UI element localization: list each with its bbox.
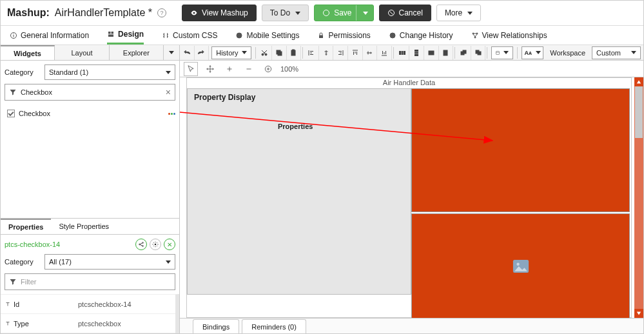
property-display-panel[interactable]: Property Display Properties xyxy=(187,88,411,295)
svg-rect-39 xyxy=(476,50,479,54)
mashup-title: AirHandlerTemplate * xyxy=(55,7,152,19)
bring-front-button[interactable] xyxy=(456,46,471,60)
align-top-button[interactable] xyxy=(348,46,363,60)
sidebar-tab-explorer[interactable]: Explorer xyxy=(110,45,164,60)
svg-rect-25 xyxy=(293,50,295,51)
redo-button[interactable] xyxy=(195,46,210,60)
svg-point-19 xyxy=(155,244,157,246)
zoom-level: 100% xyxy=(280,65,298,73)
design-icon xyxy=(107,30,115,38)
pointer-tool[interactable] xyxy=(184,62,198,76)
history-select[interactable]: History xyxy=(211,46,251,59)
align-bottom-button[interactable] xyxy=(377,46,392,60)
same-width-button[interactable] xyxy=(424,46,439,60)
funnel-icon xyxy=(9,278,17,286)
svg-point-5 xyxy=(13,33,14,34)
reminders-tab[interactable]: Reminders (0) xyxy=(242,319,306,333)
canvas-bottom-right-panel[interactable] xyxy=(411,213,630,318)
workspace-select[interactable]: Custom xyxy=(592,46,641,59)
sidebar: Widgets Layout Explorer Category Standar… xyxy=(1,45,180,333)
save-button[interactable]: Save xyxy=(314,5,373,21)
category-select[interactable]: Standard (1) xyxy=(44,64,175,80)
scroll-thumb[interactable] xyxy=(635,86,643,138)
cancel-button[interactable]: Cancel xyxy=(379,5,431,21)
share-button[interactable] xyxy=(135,239,147,250)
text-type-icon xyxy=(5,301,11,308)
zoom-in-button[interactable] xyxy=(222,62,237,76)
prop-category-select[interactable]: All (17) xyxy=(44,254,175,270)
svg-rect-40 xyxy=(496,51,500,54)
more-button[interactable]: More xyxy=(436,5,481,21)
sidebar-tab-collapse[interactable] xyxy=(164,45,179,60)
zoom-out-button[interactable] xyxy=(242,62,256,76)
svg-rect-28 xyxy=(404,51,405,54)
widget-search[interactable]: Checkbox × xyxy=(5,84,175,101)
widget-item-indicator xyxy=(168,113,175,115)
widget-item-checkbox[interactable]: Checkbox xyxy=(3,107,179,120)
pan-tool[interactable] xyxy=(203,62,217,76)
scroll-up-arrow[interactable] xyxy=(634,77,643,86)
css-icon xyxy=(162,32,170,39)
save-icon xyxy=(322,9,330,17)
widget-list: Checkbox xyxy=(1,104,179,218)
prop-filter[interactable]: Filter xyxy=(5,273,175,290)
deselect-button[interactable]: ✕ xyxy=(164,239,175,250)
zoom-fit-button[interactable] xyxy=(261,62,275,76)
help-icon[interactable]: ? xyxy=(157,8,166,17)
sidebar-tab-layout[interactable]: Layout xyxy=(55,45,109,60)
selected-widget-name[interactable]: ptcs-checkbox-14 xyxy=(5,241,60,248)
svg-point-14 xyxy=(476,33,478,34)
tab-general[interactable]: General Information xyxy=(10,26,89,44)
svg-point-43 xyxy=(516,262,519,265)
editor-toolbar: History xyxy=(180,45,643,61)
align-center-button[interactable] xyxy=(319,46,334,60)
view-mashup-button[interactable]: View Mashup xyxy=(182,5,257,21)
text-type-icon xyxy=(5,320,11,327)
dist-v-button[interactable] xyxy=(409,46,424,60)
prop-row-type[interactable]: Type ptcscheckbox xyxy=(1,314,175,333)
undo-button[interactable] xyxy=(180,46,195,60)
sidebar-tab-widgets[interactable]: Widgets xyxy=(1,45,55,60)
properties-label: Properties xyxy=(278,123,313,130)
property-display-title: Property Display xyxy=(194,93,255,102)
lock-icon xyxy=(317,32,325,39)
prop-row-id[interactable]: Id ptcscheckbox-14 xyxy=(1,295,175,314)
layout-mode-select[interactable] xyxy=(491,46,513,59)
align-left-button[interactable] xyxy=(304,46,319,60)
mobile-icon xyxy=(235,32,243,39)
svg-rect-11 xyxy=(319,35,323,38)
tab-design[interactable]: Design xyxy=(107,26,144,44)
vertical-scrollbar[interactable] xyxy=(634,77,643,318)
align-right-button[interactable] xyxy=(333,46,348,60)
svg-rect-32 xyxy=(429,51,434,53)
style-properties-tab[interactable]: Style Properties xyxy=(51,219,117,234)
tab-permissions[interactable]: Permissions xyxy=(317,26,370,44)
checkbox-icon xyxy=(7,110,15,117)
bindings-tab[interactable]: Bindings xyxy=(193,319,239,333)
tab-history[interactable]: Change History xyxy=(389,26,453,44)
clock-icon xyxy=(389,32,396,39)
canvas-area[interactable]: Air Handler Data Property Display Proper… xyxy=(180,77,643,318)
save-dropdown[interactable] xyxy=(356,5,373,21)
text-tool-select[interactable]: AA xyxy=(522,46,543,59)
same-height-button[interactable] xyxy=(439,46,454,60)
tab-relationships[interactable]: View Relationships xyxy=(471,26,547,44)
tab-css[interactable]: Custom CSS xyxy=(162,26,217,44)
canvas-top-right-panel[interactable]: Checkbox xyxy=(411,88,630,212)
todo-button[interactable]: To Do xyxy=(262,5,309,21)
paste-button[interactable] xyxy=(287,46,302,60)
dist-h-button[interactable] xyxy=(395,46,410,60)
svg-rect-31 xyxy=(415,54,418,55)
svg-point-15 xyxy=(474,37,476,38)
properties-tab[interactable]: Properties xyxy=(1,219,51,234)
svg-point-10 xyxy=(239,34,240,36)
align-middle-button[interactable] xyxy=(363,46,378,60)
scroll-down-arrow[interactable] xyxy=(634,309,643,318)
tab-mobile[interactable]: Mobile Settings xyxy=(235,26,299,44)
copy-button[interactable] xyxy=(272,46,287,60)
clear-search-icon[interactable]: × xyxy=(166,87,171,97)
svg-rect-8 xyxy=(108,35,113,37)
settings-button[interactable] xyxy=(150,239,161,250)
send-back-button[interactable] xyxy=(471,46,486,60)
cut-button[interactable] xyxy=(257,46,272,60)
